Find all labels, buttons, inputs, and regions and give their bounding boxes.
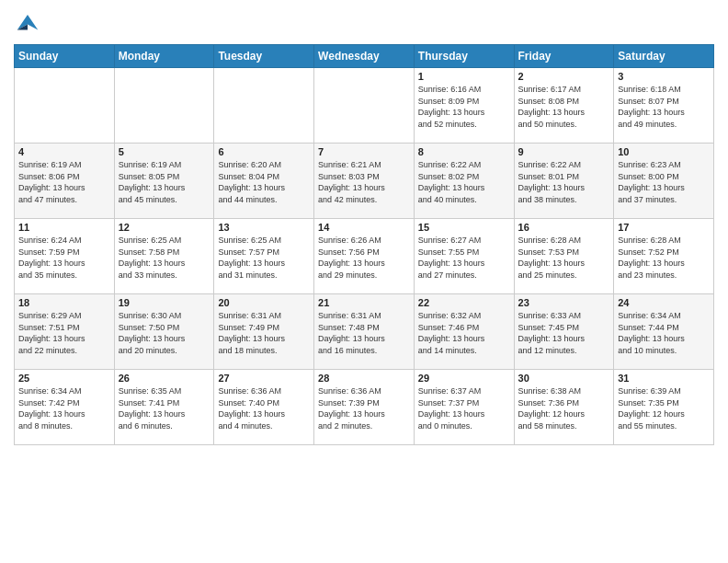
calendar-cell: 15Sunrise: 6:27 AM Sunset: 7:55 PM Dayli… [414, 219, 514, 294]
day-info: Sunrise: 6:39 AM Sunset: 7:35 PM Dayligh… [618, 385, 710, 431]
weekday-header: Monday [114, 45, 214, 68]
day-number: 4 [18, 146, 110, 157]
day-info: Sunrise: 6:23 AM Sunset: 8:00 PM Dayligh… [618, 159, 710, 205]
header [14, 9, 714, 37]
day-info: Sunrise: 6:31 AM Sunset: 7:48 PM Dayligh… [318, 310, 410, 356]
day-number: 30 [518, 373, 610, 384]
day-number: 7 [318, 146, 410, 157]
day-info: Sunrise: 6:36 AM Sunset: 7:40 PM Dayligh… [218, 385, 310, 431]
day-number: 6 [218, 146, 310, 157]
calendar-cell: 30Sunrise: 6:38 AM Sunset: 7:36 PM Dayli… [514, 370, 614, 445]
day-number: 8 [418, 146, 510, 157]
day-info: Sunrise: 6:30 AM Sunset: 7:50 PM Dayligh… [119, 310, 210, 356]
day-number: 21 [318, 297, 410, 308]
calendar-cell: 21Sunrise: 6:31 AM Sunset: 7:48 PM Dayli… [314, 294, 415, 370]
calendar-cell: 26Sunrise: 6:35 AM Sunset: 7:41 PM Dayli… [114, 370, 214, 445]
calendar-cell: 13Sunrise: 6:25 AM Sunset: 7:57 PM Dayli… [214, 219, 314, 294]
day-info: Sunrise: 6:29 AM Sunset: 7:51 PM Dayligh… [18, 310, 110, 356]
day-info: Sunrise: 6:20 AM Sunset: 8:04 PM Dayligh… [218, 159, 310, 205]
day-number: 19 [119, 297, 210, 308]
calendar-cell [214, 68, 314, 144]
day-info: Sunrise: 6:27 AM Sunset: 7:55 PM Dayligh… [418, 235, 510, 281]
day-number: 15 [418, 222, 510, 233]
day-info: Sunrise: 6:35 AM Sunset: 7:41 PM Dayligh… [119, 385, 210, 431]
day-info: Sunrise: 6:33 AM Sunset: 7:45 PM Dayligh… [518, 310, 610, 356]
day-number: 11 [18, 222, 110, 233]
logo [14, 9, 45, 37]
day-number: 12 [119, 222, 210, 233]
calendar-week-row: 1Sunrise: 6:16 AM Sunset: 8:09 PM Daylig… [15, 68, 714, 144]
weekday-header: Sunday [15, 45, 115, 68]
day-info: Sunrise: 6:19 AM Sunset: 8:06 PM Dayligh… [18, 159, 110, 205]
calendar-cell: 18Sunrise: 6:29 AM Sunset: 7:51 PM Dayli… [15, 294, 115, 370]
calendar-week-row: 18Sunrise: 6:29 AM Sunset: 7:51 PM Dayli… [15, 294, 714, 370]
calendar-cell: 12Sunrise: 6:25 AM Sunset: 7:58 PM Dayli… [114, 219, 214, 294]
day-info: Sunrise: 6:25 AM Sunset: 7:58 PM Dayligh… [119, 235, 210, 281]
calendar-cell: 6Sunrise: 6:20 AM Sunset: 8:04 PM Daylig… [214, 144, 314, 219]
day-number: 13 [218, 222, 310, 233]
calendar-cell: 3Sunrise: 6:18 AM Sunset: 8:07 PM Daylig… [614, 68, 714, 144]
day-number: 24 [618, 297, 710, 308]
calendar-cell: 7Sunrise: 6:21 AM Sunset: 8:03 PM Daylig… [314, 144, 415, 219]
calendar-cell: 19Sunrise: 6:30 AM Sunset: 7:50 PM Dayli… [114, 294, 214, 370]
day-info: Sunrise: 6:34 AM Sunset: 7:44 PM Dayligh… [618, 310, 710, 356]
calendar-cell: 4Sunrise: 6:19 AM Sunset: 8:06 PM Daylig… [15, 144, 115, 219]
page: SundayMondayTuesdayWednesdayThursdayFrid… [0, 0, 728, 563]
day-number: 17 [618, 222, 710, 233]
day-number: 9 [518, 146, 610, 157]
day-number: 16 [518, 222, 610, 233]
calendar-cell [314, 68, 415, 144]
day-info: Sunrise: 6:34 AM Sunset: 7:42 PM Dayligh… [18, 385, 110, 431]
day-info: Sunrise: 6:26 AM Sunset: 7:56 PM Dayligh… [318, 235, 410, 281]
day-number: 20 [218, 297, 310, 308]
logo-icon [14, 9, 41, 37]
calendar-cell: 9Sunrise: 6:22 AM Sunset: 8:01 PM Daylig… [514, 144, 614, 219]
day-number: 31 [618, 373, 710, 384]
calendar-cell: 28Sunrise: 6:36 AM Sunset: 7:39 PM Dayli… [314, 370, 415, 445]
calendar-week-row: 11Sunrise: 6:24 AM Sunset: 7:59 PM Dayli… [15, 219, 714, 294]
day-number: 2 [518, 71, 610, 82]
day-number: 22 [418, 297, 510, 308]
day-info: Sunrise: 6:28 AM Sunset: 7:53 PM Dayligh… [518, 235, 610, 281]
day-number: 14 [318, 222, 410, 233]
day-number: 1 [418, 71, 510, 82]
calendar-cell: 22Sunrise: 6:32 AM Sunset: 7:46 PM Dayli… [414, 294, 514, 370]
day-number: 29 [418, 373, 510, 384]
calendar-cell [114, 68, 214, 144]
weekday-header: Friday [514, 45, 614, 68]
calendar-table: SundayMondayTuesdayWednesdayThursdayFrid… [14, 44, 714, 445]
calendar-cell: 25Sunrise: 6:34 AM Sunset: 7:42 PM Dayli… [15, 370, 115, 445]
calendar-cell: 11Sunrise: 6:24 AM Sunset: 7:59 PM Dayli… [15, 219, 115, 294]
day-info: Sunrise: 6:31 AM Sunset: 7:49 PM Dayligh… [218, 310, 310, 356]
day-info: Sunrise: 6:37 AM Sunset: 7:37 PM Dayligh… [418, 385, 510, 431]
calendar-cell: 27Sunrise: 6:36 AM Sunset: 7:40 PM Dayli… [214, 370, 314, 445]
calendar-cell: 2Sunrise: 6:17 AM Sunset: 8:08 PM Daylig… [514, 68, 614, 144]
day-info: Sunrise: 6:25 AM Sunset: 7:57 PM Dayligh… [218, 235, 310, 281]
day-number: 25 [18, 373, 110, 384]
calendar-cell: 31Sunrise: 6:39 AM Sunset: 7:35 PM Dayli… [614, 370, 714, 445]
day-number: 10 [618, 146, 710, 157]
day-info: Sunrise: 6:38 AM Sunset: 7:36 PM Dayligh… [518, 385, 610, 431]
weekday-header-row: SundayMondayTuesdayWednesdayThursdayFrid… [15, 45, 714, 68]
day-number: 18 [18, 297, 110, 308]
calendar-cell: 16Sunrise: 6:28 AM Sunset: 7:53 PM Dayli… [514, 219, 614, 294]
day-info: Sunrise: 6:36 AM Sunset: 7:39 PM Dayligh… [318, 385, 410, 431]
calendar-cell: 20Sunrise: 6:31 AM Sunset: 7:49 PM Dayli… [214, 294, 314, 370]
calendar-cell: 23Sunrise: 6:33 AM Sunset: 7:45 PM Dayli… [514, 294, 614, 370]
calendar-cell: 10Sunrise: 6:23 AM Sunset: 8:00 PM Dayli… [614, 144, 714, 219]
calendar-week-row: 25Sunrise: 6:34 AM Sunset: 7:42 PM Dayli… [15, 370, 714, 445]
day-info: Sunrise: 6:17 AM Sunset: 8:08 PM Dayligh… [518, 84, 610, 130]
weekday-header: Thursday [414, 45, 514, 68]
calendar-cell: 29Sunrise: 6:37 AM Sunset: 7:37 PM Dayli… [414, 370, 514, 445]
weekday-header: Wednesday [314, 45, 415, 68]
day-info: Sunrise: 6:18 AM Sunset: 8:07 PM Dayligh… [618, 84, 710, 130]
day-info: Sunrise: 6:22 AM Sunset: 8:01 PM Dayligh… [518, 159, 610, 205]
calendar-cell [15, 68, 115, 144]
day-number: 28 [318, 373, 410, 384]
day-number: 5 [119, 146, 210, 157]
day-info: Sunrise: 6:32 AM Sunset: 7:46 PM Dayligh… [418, 310, 510, 356]
calendar-week-row: 4Sunrise: 6:19 AM Sunset: 8:06 PM Daylig… [15, 144, 714, 219]
day-number: 27 [218, 373, 310, 384]
day-info: Sunrise: 6:28 AM Sunset: 7:52 PM Dayligh… [618, 235, 710, 281]
day-info: Sunrise: 6:22 AM Sunset: 8:02 PM Dayligh… [418, 159, 510, 205]
